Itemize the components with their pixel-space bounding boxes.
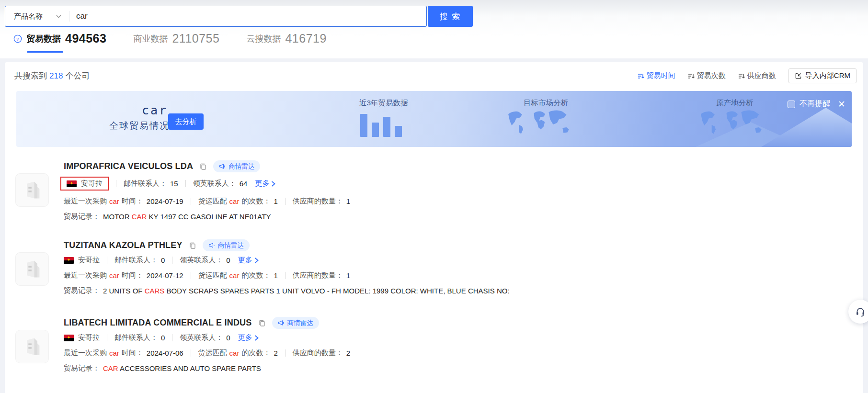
banner-keyword: car	[142, 103, 168, 117]
angola-flag-icon	[64, 257, 74, 264]
trade-record-keyword: CARS	[145, 287, 165, 295]
angola-flag-icon	[64, 335, 74, 341]
supplier-count-value: 1	[346, 197, 350, 205]
building-icon	[22, 258, 43, 280]
tab-cloud-search-data[interactable]: 云搜数据 416719	[246, 32, 326, 53]
tab-label: 贸易数据	[26, 33, 61, 45]
sort-trade-count[interactable]: 贸易次数	[688, 71, 726, 80]
search-button[interactable]: 搜 索	[428, 6, 473, 27]
close-icon[interactable]: ✕	[838, 100, 845, 109]
sort-label: 贸易时间	[647, 71, 675, 80]
megaphone-icon	[208, 242, 215, 249]
company-name[interactable]: IMPORAFRICA VEICULOS LDA	[64, 161, 193, 171]
purchase-date: 2024-07-19	[147, 197, 183, 205]
divider	[191, 198, 191, 205]
email-contacts-label: 邮件联系人：	[124, 179, 167, 188]
world-map-icon	[696, 108, 772, 143]
copy-icon[interactable]	[258, 319, 266, 327]
question-circle-icon[interactable]: ?	[13, 34, 22, 43]
banner-dismiss-group: 不再提醒 ✕	[788, 99, 845, 109]
divider	[116, 180, 116, 187]
trade-bar	[360, 114, 367, 137]
purchase-time-label: 时间：	[122, 348, 143, 358]
company-name[interactable]: LIBATECH LIMITADA COMMERCIAL E INDUS	[64, 318, 252, 328]
chevron-right-icon	[254, 258, 259, 263]
trade-bar	[395, 126, 402, 137]
divider	[185, 180, 186, 187]
megaphone-icon	[278, 320, 285, 326]
keyword-highlight: car	[229, 349, 240, 357]
company-logo-placeholder[interactable]	[15, 173, 49, 207]
business-radar-label: 商情雷达	[228, 162, 254, 171]
copy-icon[interactable]	[199, 163, 207, 170]
last-purchase-label: 最近一次采购	[64, 271, 107, 280]
import-crm-button[interactable]: 导入内部CRM	[788, 68, 857, 83]
megaphone-icon	[219, 163, 226, 170]
supplier-count-value: 1	[346, 271, 350, 280]
search-category-label: 产品名称	[14, 12, 43, 21]
freight-count-label: 的次数：	[241, 197, 270, 206]
linkedin-contacts-label: 领英联系人：	[180, 256, 223, 265]
company-logo-placeholder[interactable]	[15, 330, 49, 363]
more-label: 更多	[255, 179, 269, 188]
trade-record-text: CAR ACCESSORIES AND AUTO SPARE PARTS	[103, 364, 261, 372]
trade-record-text: 2 UNITS OF CARS BODY SCRAPS SPARES PARTS…	[103, 287, 510, 295]
search-input[interactable]	[69, 11, 426, 21]
trade-analysis-banner: car 全球贸易情况 去分析 近3年贸易数据 目标市场分析 原产地分析	[16, 91, 852, 147]
freight-match-label: 货运匹配	[198, 271, 227, 280]
supplier-count-value: 2	[346, 349, 350, 357]
results-prefix: 共搜索到	[14, 71, 47, 80]
business-radar-badge[interactable]: 商情雷达	[213, 160, 260, 172]
trade-record-keyword: CAR	[132, 213, 147, 221]
banner-panel-trade-3y: 近3年贸易数据	[359, 98, 408, 108]
results-summary: 共搜索到218个公司	[14, 70, 90, 81]
dont-remind-checkbox[interactable]	[788, 101, 795, 108]
email-contacts-value: 15	[170, 180, 178, 188]
freight-count-label: 的次数：	[241, 271, 270, 280]
copy-icon[interactable]	[189, 242, 196, 249]
purchase-time-label: 时间：	[122, 271, 143, 280]
company-logo-placeholder[interactable]	[15, 252, 49, 286]
tab-count: 416719	[285, 32, 326, 45]
svg-text:?: ?	[16, 36, 19, 41]
freight-match-label: 货运匹配	[198, 348, 227, 358]
sort-controls: 贸易时间 贸易次数 供应商数	[638, 71, 776, 80]
sort-desc-icon	[638, 73, 644, 79]
purchase-time-label: 时间：	[122, 197, 143, 206]
keyword-highlight: car	[109, 197, 119, 205]
search-category-select[interactable]: 产品名称	[5, 6, 69, 26]
business-radar-badge[interactable]: 商情雷达	[203, 239, 250, 251]
trade-record-label: 贸易记录：	[64, 364, 100, 373]
tab-business-data[interactable]: 商业数据 2110755	[133, 32, 219, 53]
freight-match-label: 货运匹配	[198, 197, 227, 206]
sort-supplier-count[interactable]: 供应商数	[738, 71, 776, 80]
chevron-right-icon	[254, 335, 259, 341]
tab-label: 商业数据	[133, 33, 168, 45]
more-link[interactable]: 更多	[238, 256, 259, 265]
trade-bar-chart	[360, 114, 402, 137]
building-icon	[22, 180, 43, 201]
tab-trade-data[interactable]: ? 贸易数据 494563	[13, 32, 106, 53]
dont-remind-label: 不再提醒	[799, 99, 830, 109]
email-contacts-label: 邮件联系人：	[114, 333, 158, 342]
company-row: TUZITANA KAZOLA PTHLEY 商情雷达 安哥拉	[15, 239, 863, 299]
company-name[interactable]: TUZITANA KAZOLA PTHLEY	[64, 240, 183, 250]
sort-trade-time[interactable]: 贸易时间	[638, 71, 675, 80]
angola-flag-icon	[67, 180, 77, 187]
sort-desc-icon	[738, 73, 745, 79]
search-bar: 产品名称	[5, 6, 427, 27]
freight-count-value: 1	[274, 197, 277, 205]
linkedin-contacts-value: 0	[226, 256, 230, 264]
business-radar-badge[interactable]: 商情雷达	[272, 317, 319, 329]
divider	[172, 334, 172, 341]
divider	[172, 257, 172, 264]
divider	[285, 349, 286, 357]
more-link[interactable]: 更多	[255, 179, 275, 188]
tab-label: 云搜数据	[246, 33, 281, 45]
analyze-button[interactable]: 去分析	[168, 113, 204, 130]
results-header: 共搜索到218个公司 贸易时间 贸易次数 供应商数 导入内部CRM	[5, 62, 863, 83]
supplier-count-label: 供应商的数量：	[293, 271, 343, 280]
more-link[interactable]: 更多	[238, 333, 259, 342]
trade-record-label: 贸易记录：	[64, 286, 100, 295]
linkedin-contacts-label: 领英联系人：	[180, 333, 223, 342]
